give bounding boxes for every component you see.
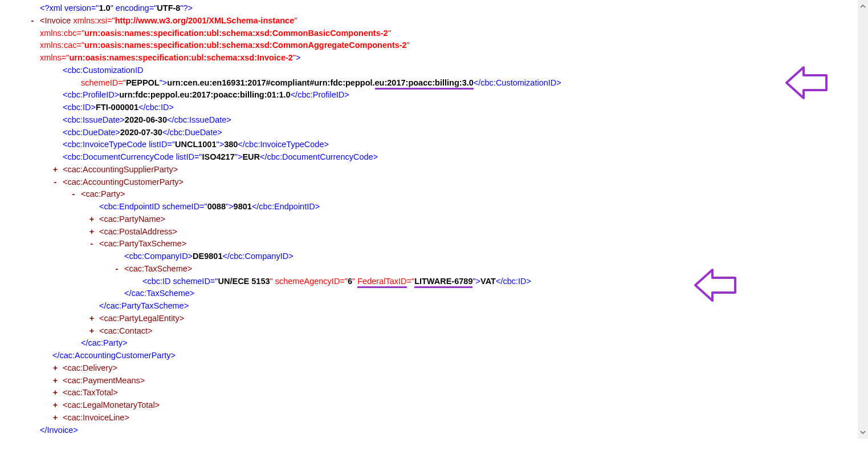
- xml-tree-view: <?xml version="1.0" encoding="UTF-8"?> -…: [0, 0, 858, 439]
- invoice-cbc-ns: xmlns:cbc="urn:oasis:names:specification…: [23, 27, 858, 40]
- party-close: </cac:Party>: [23, 337, 858, 350]
- issue-date: <cbc:IssueDate>2020-06-30</cbc:IssueDate…: [23, 114, 858, 127]
- supplier-party: +<cac:AccountingSupplierParty>: [23, 164, 858, 176]
- invoice-open: -<Invoice xmlns:xsi="http://www.w3.org/2…: [23, 15, 858, 27]
- delivery: +<cac:Delivery>: [23, 362, 858, 375]
- endpoint-id: <cbc:EndpointID schemeID="0088">9801</cb…: [23, 201, 858, 213]
- invoice-xmlns: xmlns="urn:oasis:names:specification:ubl…: [23, 52, 858, 64]
- customer-party-close: </cac:AccountingCustomerParty>: [23, 350, 858, 362]
- customer-party-open: -<cac:AccountingCustomerParty>: [23, 176, 858, 189]
- legal-monetary-total: +<cac:LegalMonetaryTotal>: [23, 399, 858, 412]
- expand-icon[interactable]: +: [87, 226, 97, 238]
- xml-declaration: <?xml version="1.0" encoding="UTF-8"?>: [23, 2, 858, 15]
- invoice-line: +<cac:InvoiceLine>: [23, 412, 858, 424]
- collapse-icon[interactable]: -: [50, 176, 60, 189]
- payment-means: +<cac:PaymentMeans>: [23, 375, 858, 387]
- due-date: <cbc:DueDate>2020-07-30</cbc:DueDate>: [23, 127, 858, 139]
- collapse-icon[interactable]: -: [87, 238, 97, 250]
- id: <cbc:ID>FTI-000001</cbc:ID>: [23, 102, 858, 114]
- invoice-cac-ns: xmlns:cac="urn:oasis:names:specification…: [23, 39, 858, 52]
- expand-icon[interactable]: +: [50, 412, 60, 424]
- expand-icon[interactable]: +: [50, 399, 60, 412]
- expand-icon[interactable]: +: [50, 387, 60, 399]
- customization-id-value: schemeID="PEPPOL">urn:cen.eu:en16931:201…: [23, 77, 858, 90]
- contact: +<cac:Contact>: [23, 325, 858, 338]
- party-name: +<cac:PartyName>: [23, 213, 858, 226]
- collapse-icon[interactable]: -: [27, 15, 38, 27]
- company-id: <cbc:CompanyID>DE9801</cbc:CompanyID>: [23, 250, 858, 263]
- expand-icon[interactable]: +: [50, 164, 60, 176]
- invoice-close: </Invoice>: [23, 424, 858, 437]
- customization-id-open: <cbc:CustomizationID: [23, 64, 858, 77]
- document-currency: <cbc:DocumentCurrencyCode listID="ISO421…: [23, 151, 858, 164]
- expand-icon[interactable]: +: [87, 313, 97, 325]
- expand-icon[interactable]: +: [87, 213, 97, 226]
- party-tax-scheme-open: -<cac:PartyTaxScheme>: [23, 238, 858, 250]
- scroll-down-icon[interactable]: [858, 427, 867, 437]
- scroll-up-icon[interactable]: [858, 1, 867, 11]
- postal-address: +<cac:PostalAddress>: [23, 226, 858, 238]
- vertical-scrollbar[interactable]: [858, 0, 868, 439]
- annotation-arrow-icon: [692, 265, 738, 305]
- expand-icon[interactable]: +: [87, 325, 97, 338]
- collapse-icon[interactable]: -: [112, 263, 122, 275]
- invoice-type-code: <cbc:InvoiceTypeCode listID="UNCL1001">3…: [23, 139, 858, 151]
- party-open: -<cac:Party>: [23, 188, 858, 201]
- expand-icon[interactable]: +: [50, 375, 60, 387]
- annotation-arrow-icon: [784, 63, 829, 103]
- party-legal-entity: +<cac:PartyLegalEntity>: [23, 313, 858, 325]
- collapse-icon[interactable]: -: [68, 188, 79, 201]
- expand-icon[interactable]: +: [50, 362, 60, 375]
- tax-total: +<cac:TaxTotal>: [23, 387, 858, 399]
- profile-id: <cbc:ProfileID>urn:fdc:peppol.eu:2017:po…: [23, 89, 858, 102]
